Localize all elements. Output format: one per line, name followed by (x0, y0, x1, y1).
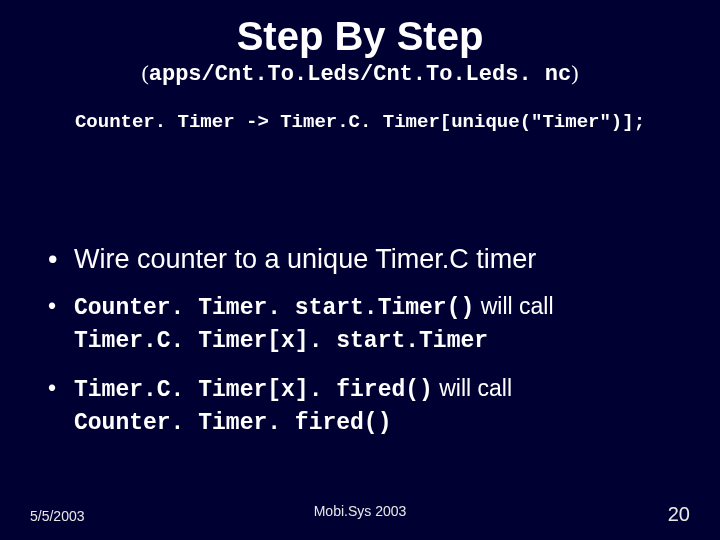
bullet-3-code-b: Counter. Timer. fired() (74, 410, 391, 436)
bullet-3-tail-a: will call (433, 375, 512, 401)
bullet-2: • Counter. Timer. start.Timer() will cal… (48, 291, 690, 357)
paren-open: ( (141, 60, 148, 85)
slide-title: Step By Step (30, 14, 690, 58)
bullet-2-tail-a: will call (474, 293, 553, 319)
subtitle-path: apps/Cnt.To.Leds/Cnt.To.Leds. nc (149, 62, 571, 87)
bullet-1: • Wire counter to a unique Timer.C timer (48, 243, 690, 277)
bullet-3-text: Timer.C. Timer[x]. fired() will call Cou… (74, 373, 690, 439)
bullet-dot: • (48, 373, 74, 439)
bullet-2-code-b: Timer.C. Timer[x]. start.Timer (74, 328, 488, 354)
slide-subtitle: (apps/Cnt.To.Leds/Cnt.To.Leds. nc) (30, 60, 690, 87)
bullet-dot: • (48, 243, 74, 277)
footer-venue: Mobi.Sys 2003 (0, 503, 720, 519)
paren-close: ) (571, 60, 578, 85)
bullet-2-code-a: Counter. Timer. start.Timer() (74, 295, 474, 321)
bullet-1-text: Wire counter to a unique Timer.C timer (74, 243, 690, 277)
bullet-3: • Timer.C. Timer[x]. fired() will call C… (48, 373, 690, 439)
bullet-2-text: Counter. Timer. start.Timer() will call … (74, 291, 690, 357)
footer: 5/5/2003 Mobi.Sys 2003 20 (0, 503, 720, 526)
bullet-3-code-a: Timer.C. Timer[x]. fired() (74, 377, 433, 403)
code-line: Counter. Timer -> Timer.C. Timer[unique(… (30, 111, 690, 133)
slide: Step By Step (apps/Cnt.To.Leds/Cnt.To.Le… (0, 0, 720, 540)
bullet-list: • Wire counter to a unique Timer.C timer… (30, 243, 690, 439)
bullet-dot: • (48, 291, 74, 357)
